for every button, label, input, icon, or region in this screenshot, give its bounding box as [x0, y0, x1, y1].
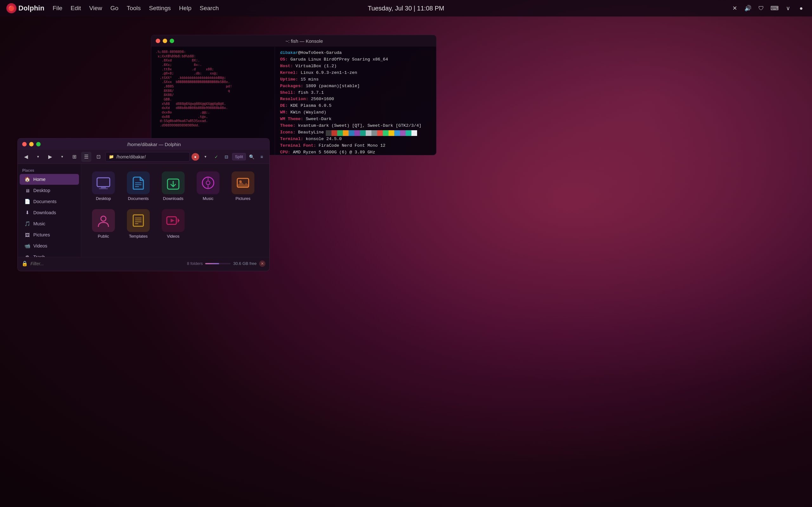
- view-list-button[interactable]: ☰: [81, 152, 91, 162]
- tray-chevron-icon[interactable]: ∨: [783, 4, 792, 13]
- sidebar-item-home[interactable]: 🏠 Home: [20, 174, 79, 185]
- search-button[interactable]: 🔍: [247, 153, 256, 161]
- pictures-icon: 🖼: [24, 232, 31, 238]
- tray-dot-icon[interactable]: ●: [797, 4, 806, 13]
- sidebar-item-documents[interactable]: 📄 Documents: [20, 196, 79, 207]
- terminal-maximize-button[interactable]: [170, 39, 174, 43]
- menu-button[interactable]: ≡: [257, 153, 266, 161]
- folder-music[interactable]: Music: [192, 169, 224, 204]
- terminal-window: ~: fish — Konsole .%;888:8898898: x;XxXB…: [151, 35, 437, 155]
- taskbar: 🔴 Dolphin File Edit View Go Tools Settin…: [0, 0, 812, 16]
- trash-icon: 🗑: [24, 254, 31, 257]
- menu-tools[interactable]: Tools: [123, 3, 144, 13]
- taskbar-right: ✕ 🔊 🛡 ⌨ ∨ ●: [730, 4, 806, 13]
- terminal-info-panel: dibakar@HowToGeek-Garuda OS: Garuda Linu…: [275, 47, 436, 155]
- palette-swatch-12: [389, 130, 394, 136]
- folder-downloads[interactable]: Downloads: [157, 169, 189, 204]
- sidebar-item-pictures[interactable]: 🖼 Pictures: [20, 229, 79, 240]
- terminal-titlebar: ~: fish — Konsole: [151, 35, 436, 47]
- palette-swatch-9: [371, 130, 377, 136]
- check-button[interactable]: ✓: [212, 153, 221, 161]
- info-os: OS: Garuda Linux BirdOfPrey Soaring x86_…: [280, 56, 431, 63]
- view-compact-button[interactable]: ⊡: [93, 152, 103, 162]
- folder-icon-templates: [127, 209, 150, 232]
- panel-button[interactable]: ⊟: [222, 153, 231, 161]
- info-username: dibakar: [280, 50, 298, 55]
- path-text: /home/dibakar/: [116, 154, 146, 159]
- forward-dropdown-button[interactable]: ▼: [57, 152, 67, 162]
- dolphin-close-button[interactable]: [22, 142, 27, 147]
- videos-icon: 📹: [24, 243, 31, 249]
- music-icon: 🎵: [24, 221, 31, 227]
- sidebar-label-desktop: Desktop: [33, 188, 50, 193]
- palette-swatch-1: [326, 130, 332, 136]
- info-cpu: CPU: AMD Ryzen 5 5600G (6) @ 3.89 GHz: [280, 149, 431, 155]
- app-name: Dolphin: [18, 4, 44, 12]
- app-icon[interactable]: 🔴: [6, 3, 16, 13]
- tray-volume-icon[interactable]: 🔊: [744, 4, 752, 13]
- tray-shield-icon[interactable]: 🛡: [757, 4, 766, 13]
- svg-rect-1: [101, 187, 106, 188]
- back-button[interactable]: ◀: [21, 152, 31, 162]
- forward-button[interactable]: ▶: [45, 152, 55, 162]
- split-button[interactable]: Split: [232, 153, 246, 160]
- menu-help[interactable]: Help: [176, 3, 194, 13]
- menu-go[interactable]: Go: [107, 3, 121, 13]
- close-filter-button[interactable]: ✕: [259, 261, 265, 267]
- documents-icon: 📄: [24, 199, 31, 205]
- svg-marker-19: [171, 219, 174, 222]
- folder-icon-public: [92, 209, 115, 232]
- sidebar-label-pictures: Pictures: [33, 232, 50, 237]
- folder-icon-music: [197, 171, 219, 194]
- sidebar-item-trash[interactable]: 🗑 Trash: [20, 251, 79, 257]
- sidebar-label-trash: Trash: [33, 255, 45, 257]
- menu-settings[interactable]: Settings: [146, 3, 174, 13]
- tray-keyboard-icon[interactable]: ⌨: [770, 4, 779, 13]
- palette-swatch-16: [411, 130, 417, 136]
- dolphin-content: Places 🏠 Home 🖥 Desktop 📄 Documents ⬇ Do…: [18, 164, 269, 257]
- menu-file[interactable]: File: [49, 3, 66, 13]
- terminal-minimize-button[interactable]: [163, 39, 167, 43]
- folder-label-music: Music: [203, 196, 213, 201]
- palette-swatch-11: [383, 130, 389, 136]
- folder-documents[interactable]: Documents: [122, 169, 154, 204]
- folder-pictures[interactable]: Pictures: [227, 169, 259, 204]
- folder-label-public: Public: [98, 234, 109, 239]
- palette-swatch-7: [360, 130, 366, 136]
- filter-input[interactable]: [31, 261, 184, 266]
- view-icons-button[interactable]: ⊞: [69, 152, 79, 162]
- sidebar-item-videos[interactable]: 📹 Videos: [20, 240, 79, 251]
- sidebar-item-downloads[interactable]: ⬇ Downloads: [20, 207, 79, 218]
- terminal-close-button[interactable]: [156, 39, 160, 43]
- folder-templates[interactable]: Templates: [122, 207, 154, 241]
- dolphin-maximize-button[interactable]: [36, 142, 41, 147]
- sidebar-item-music[interactable]: 🎵 Music: [20, 218, 79, 229]
- tray-close-icon[interactable]: ✕: [730, 4, 739, 13]
- sidebar: Places 🏠 Home 🖥 Desktop 📄 Documents ⬇ Do…: [18, 164, 81, 257]
- palette-swatch-10: [377, 130, 383, 136]
- folder-videos[interactable]: Videos: [157, 207, 189, 241]
- toolbar-right-buttons: ● ▼ ✓ ⊟ Split 🔍 ≡: [192, 152, 266, 162]
- info-packages: Packages: 1809 (pacman)[stable]: [280, 83, 431, 90]
- dolphin-minimize-button[interactable]: [29, 142, 34, 147]
- menu-edit[interactable]: Edit: [67, 3, 84, 13]
- menu-search[interactable]: Search: [197, 3, 222, 13]
- bookmark-button[interactable]: ●: [192, 153, 199, 161]
- sidebar-label-music: Music: [33, 221, 45, 226]
- svg-rect-2: [99, 188, 108, 189]
- file-grid: Desktop Documents Downloads Music: [81, 164, 269, 257]
- sidebar-label-videos: Videos: [33, 243, 47, 248]
- info-uptime: Uptime: 15 mins: [280, 76, 431, 83]
- folder-public[interactable]: Public: [88, 207, 119, 241]
- filter-icon: 🔒: [21, 261, 28, 267]
- info-terminal: Terminal: konsole 24.5.0: [280, 136, 431, 143]
- menu-view[interactable]: View: [86, 3, 105, 13]
- folder-desktop[interactable]: Desktop: [88, 169, 119, 204]
- back-dropdown-button[interactable]: ▼: [33, 152, 43, 162]
- folder-icon-documents: [127, 171, 150, 194]
- dropdown-button[interactable]: ▼: [200, 152, 211, 162]
- sidebar-item-desktop[interactable]: 🖥 Desktop: [20, 185, 79, 196]
- info-de: DE: KDE Plasma 6.0.5: [280, 103, 431, 109]
- palette-swatch-13: [394, 130, 400, 136]
- path-bar[interactable]: 📁 /home/dibakar/: [105, 152, 190, 162]
